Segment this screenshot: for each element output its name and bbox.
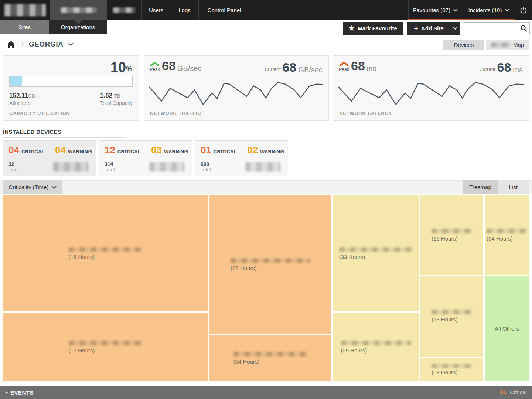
events-bar-label: + EVENTS [5,389,34,396]
critical-count: 12 [105,145,115,155]
treemap-tile[interactable]: (29 Hours) [332,313,419,381]
tile-hours-label: (18 Hours) [69,254,95,260]
mark-favourite-button[interactable]: ★ Mark Favourite [343,22,403,35]
treemap-tile[interactable]: (09 Hours) [420,358,483,381]
subtab-sites[interactable]: Sites [0,20,49,34]
total-capacity-unit: TB [114,93,120,99]
treemap-tile[interactable]: (13 Hours) [420,276,483,357]
add-site-button[interactable]: + Add Site [407,22,460,35]
redacted-device-name [341,341,411,345]
total-count: 314 [105,161,115,167]
top-nav-bar: Users Logs Control Panel Favourites (07)… [0,0,532,20]
tile-hours-label: (08 Hours) [231,265,257,271]
breadcrumb: GEORGIA [7,40,74,48]
dashboard-screen: Users Logs Control Panel Favourites (07)… [0,0,532,399]
search-input[interactable] [465,23,519,33]
latency-peak-stat: Peak 68 ms [338,59,376,72]
active-tab-pointer [74,20,82,24]
map-view-label: Map [513,42,524,48]
capacity-percent-unit: % [126,65,132,73]
top-tab-active-redacted[interactable] [50,0,107,20]
device-total: 600 Total [201,161,211,173]
tile-hours-label: (04 Hours) [487,235,513,242]
trend-up-icon [338,62,349,67]
home-icon[interactable] [7,41,16,48]
current-value: 68 [283,61,297,74]
tile-hours-label: (13 Hours) [69,347,95,354]
list-view-button[interactable]: List [498,180,529,194]
peak-value: 68 [162,59,176,72]
network-latency-card: Peak 68 ms Current 68 ms NETWORK LATENCY [333,55,529,121]
redacted-device-name [432,364,472,368]
device-total: 32 Total [8,161,18,173]
total-label: Total [201,167,211,173]
capacity-percent-value: 10 [110,60,126,74]
top-tab-redacted[interactable] [107,0,141,20]
card-title: NETWORK TRAFFIC [150,110,201,116]
total-capacity-value: 1.52 [100,92,112,99]
installed-devices-title: INSTALLED DEVICES [3,129,125,138]
treemap-tile[interactable]: (08 Hours) [209,195,331,334]
tile-label: All Others [495,325,519,332]
critical-count: 04 [8,145,19,155]
peak-label: Peak [339,67,349,72]
tile-hours-label: (09 Hours) [432,369,458,375]
add-site-main[interactable]: + Add Site [407,25,450,32]
device-group-card[interactable]: 01 CRITICAL 02 WARNING 600 Total [195,140,288,176]
total-count: 600 [201,161,211,167]
incidents-label: Incidents (10) [468,7,502,13]
traffic-current-stat: Current 68 GB/sec [265,61,323,74]
treemap-tile[interactable]: (04 Hours) [209,335,331,381]
redacted-map-prefix [491,42,510,47]
site-dropdown-chevron-icon[interactable] [68,43,74,46]
top-tab-control-panel[interactable]: Control Panel [198,0,250,20]
warning-label: WARNING [260,149,284,154]
capacity-utilization-card: 10 % 152.11GB Allocated 1.52 TB Total Ca… [3,55,139,121]
treemap-tile-all-others[interactable]: All Others [485,276,529,381]
tile-hours-label: (16 Hours) [432,235,458,242]
device-group-card[interactable]: 12 CRITICAL 03 WARNING 314 Total [99,140,192,176]
top-tab-users[interactable]: Users [141,0,171,20]
warning-label: WARNING [68,149,92,154]
map-view-button[interactable]: Map [486,40,529,50]
favourites-label: Favourites (07) [413,7,450,13]
page-title: GEORGIA [29,40,63,48]
treemap-tile[interactable]: (13 Hours) [3,313,208,381]
tab-label: Users [149,7,163,13]
incidents-dropdown[interactable]: Incidents (10) [463,0,515,20]
capacity-progress-bar [9,76,133,87]
warning-count: 02 [247,145,258,155]
criticality-sort-dropdown[interactable]: Criticality (Time) [3,180,62,194]
current-unit: GB/sec [298,66,323,74]
add-site-dropdown[interactable] [450,22,460,35]
treemap-tile[interactable]: (18 Hours) [3,195,208,311]
redacted-group-name [53,162,88,171]
devices-view-label: Devices [454,42,474,48]
critical-count: 01 [201,145,211,155]
events-bar[interactable]: + EVENTS 01 Critical [0,386,532,399]
total-count: 32 [8,161,18,167]
peak-unit: GB/sec [177,65,202,72]
warning-count: 04 [55,145,66,155]
logout-power-button[interactable] [515,0,532,20]
treemap-tile[interactable]: (33 Hours) [332,195,419,311]
allocated-stat: 152.11GB Allocated [9,92,35,106]
redacted-device-name [432,229,472,233]
treemap-tile[interactable]: (16 Hours) [420,195,483,275]
tab-label: Control Panel [208,7,241,13]
device-group-card[interactable]: 04 CRITICAL 04 WARNING 32 Total [3,140,96,176]
redacted-tab-label [113,7,135,13]
chevron-down-icon [52,186,57,189]
favourites-dropdown[interactable]: Favourites (07) [408,0,463,20]
redacted-device-name [69,341,143,345]
search-icon[interactable] [520,25,528,32]
subtab-label: Sites [18,24,31,30]
treemap-tile[interactable]: (04 Hours) [485,195,529,275]
top-tab-logs[interactable]: Logs [171,0,198,20]
treemap-view-button[interactable]: Treemap [463,180,498,194]
criticality-sort-label: Criticality (Time) [9,184,49,190]
chevron-down-icon [505,9,509,11]
network-traffic-sparkline [149,79,323,113]
network-traffic-card: Peak 68 GB/sec Current 68 GB/sec NETWORK… [144,55,329,121]
devices-view-button[interactable]: Devices [443,40,484,50]
